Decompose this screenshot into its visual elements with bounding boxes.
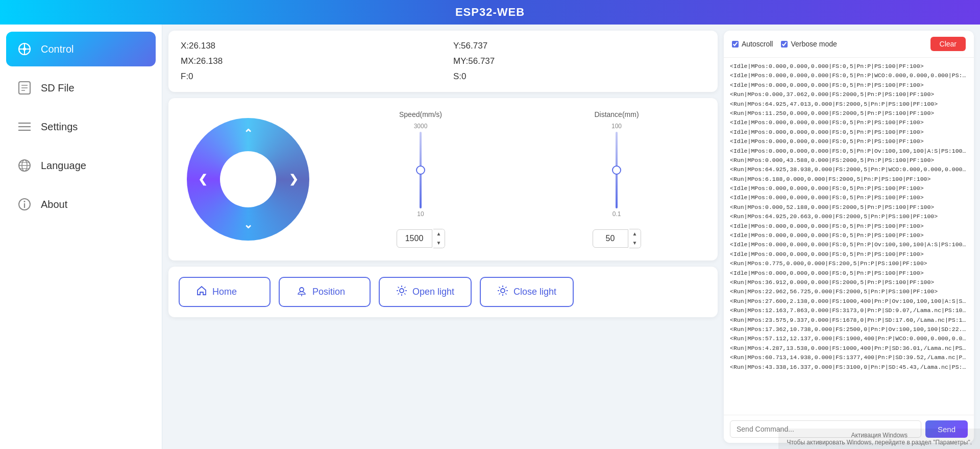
console-output[interactable]: <Idle|MPos:0.000,0.000,0.000|FS:0,5|Pn:P… [724,58,974,415]
sidebar-item-about[interactable]: About [6,187,156,222]
sidebar-item-settings[interactable]: Settings [6,109,156,144]
svg-line-29 [398,293,399,294]
home-button[interactable]: Home [179,277,271,307]
console-line: <Idle|MPos:0.000,0.000,0.000|FS:0,5|Pn:P… [730,128,968,137]
close-light-button[interactable]: Close light [480,277,574,307]
console-line: <Idle|MPos:0.000,0.000,0.000|FS:0,5|Pn:P… [730,71,968,80]
windows-activation: Активация Windows Чтобы активировать Win… [778,429,980,449]
svg-line-36 [505,293,506,294]
console-line: <Idle|MPos:0.000,0.000,0.000|FS:0,5|Pn:P… [730,81,968,90]
distance-max-label: 100 [611,123,622,130]
speed-slider[interactable] [415,132,426,208]
verbose-label[interactable]: Verbose mode [781,40,837,48]
console-line: <Idle|MPos:0.000,0.000,0.000|FS:0,5|Pn:P… [730,118,968,127]
console-line: <Run|MPos:0.000,52.188,0.000|FS:2000,5|P… [730,203,968,212]
distance-decrement-button[interactable]: ▼ [629,239,641,248]
svg-line-28 [404,287,405,288]
mx-position: MX:26.138 [181,56,433,66]
joystick-ring: ⌃ ⌄ ❮ ❯ [187,118,309,241]
console-line: <Run|MPos:12.163,7.863,0.000|FS:3173,0|P… [730,306,968,315]
distance-title: Distance(mm) [594,110,639,119]
distance-input[interactable] [593,229,628,248]
open-light-icon [396,285,407,299]
sliders-panel: Speed(mm/s) 3000 10 ▲ ▼ [328,106,709,252]
console-line: <Run|MPos:57.112,12.137,0.000|FS:1900,40… [730,334,968,343]
svg-point-3 [23,48,26,51]
clear-button[interactable]: Clear [930,37,966,51]
autoscroll-checkbox[interactable] [732,41,739,48]
console-line: <Run|MPos:43.338,16.337,0.000|FS:3100,0|… [730,363,968,372]
joystick-down-button[interactable]: ⌄ [234,211,262,239]
speed-slider-wrapper: 3000 10 [414,123,428,225]
svg-line-26 [398,287,399,288]
control-icon [16,41,33,57]
console-line: <Run|MPos:17.362,10.738,0.000|FS:2500,0|… [730,325,968,334]
verbose-checkbox[interactable] [781,41,788,48]
svg-point-18 [24,201,26,202]
console-line: <Idle|MPos:0.000,0.000,0.000|FS:0,5|Pn:P… [730,137,968,146]
console-line: <Run|MPos:64.925,47.013,0.000|FS:2000,5|… [730,100,968,109]
speed-spin: ▲ ▼ [433,229,445,248]
control-card: ⌃ ⌄ ❮ ❯ Speed(mm/s) 3000 10 [168,98,718,261]
s-value: S:0 [453,72,705,82]
speed-increment-button[interactable]: ▲ [433,229,445,239]
position-icon [296,285,307,299]
console-line: <Idle|MPos:0.000,0.000,0.000|FS:0,5|Pn:P… [730,147,968,156]
distance-increment-button[interactable]: ▲ [629,229,641,239]
console-line: <Run|MPos:0.775,0.000,0.000|FS:200,5|Pn:… [730,259,968,268]
console-line: <Run|MPos:60.713,14.938,0.000|FS:1377,40… [730,353,968,362]
svg-line-38 [499,293,500,294]
position-label: Position [312,287,345,297]
sidebar-item-control[interactable]: Control [6,32,156,66]
win-activate-line1: Активация Windows [787,432,972,439]
speed-max-label: 3000 [414,123,428,130]
console-line: <Run|MPos:11.250,0.000,0.000|FS:2000,5|P… [730,109,968,118]
app-header: ESP32-WEB [0,0,980,25]
sidebar-settings-label: Settings [41,121,78,133]
speed-input[interactable] [397,229,432,248]
console-line: <Run|MPos:0.000,37.062,0.000|FS:2000,5|P… [730,90,968,99]
sidebar-item-language[interactable]: Language [6,148,156,183]
console-line: <Run|MPos:64.925,38.938,0.000|FS:2000,5|… [730,165,968,174]
console-line: <Run|MPos:64.925,20.663,0.000|FS:2000,5|… [730,212,968,221]
distance-slider[interactable] [611,132,622,208]
distance-spin: ▲ ▼ [629,229,641,248]
x-position: X:26.138 [181,41,433,51]
my-position: MY:56.737 [453,56,705,66]
joystick-up-button[interactable]: ⌃ [234,120,262,148]
sidebar: Control SD File Settings [0,25,162,449]
joystick-center [220,151,276,207]
console-line: <Run|MPos:0.000,43.588,0.000|FS:2000,5|P… [730,156,968,165]
console-line: <Run|MPos:36.912,0.000,0.000|FS:2000,5|P… [730,278,968,287]
about-icon [16,196,33,212]
sidebar-language-label: Language [41,160,86,172]
position-button[interactable]: Position [279,277,371,307]
speed-input-row: ▲ ▼ [397,229,445,248]
y-position: Y:56.737 [453,41,705,51]
console-header: Autoscroll Verbose mode Clear [724,31,974,58]
home-label: Home [212,287,237,297]
joystick-left-button[interactable]: ❮ [189,166,216,193]
console-line: <Idle|MPos:0.000,0.000,0.000|FS:0,5|Pn:P… [730,62,968,71]
svg-point-21 [400,289,404,293]
open-light-button[interactable]: Open light [379,277,472,307]
distance-slider-wrapper: 100 0.1 [611,123,622,225]
open-light-label: Open light [412,287,454,297]
sdfile-icon [16,80,33,96]
joystick-right-button[interactable]: ❯ [280,166,307,193]
distance-min-label: 0.1 [612,210,621,218]
distance-slider-column: Distance(mm) 100 0.1 ▲ ▼ [524,110,709,248]
sidebar-control-label: Control [41,43,74,55]
main-layout: Control SD File Settings [0,25,980,449]
console-line: <Run|MPos:4.287,13.538,0.000|FS:1000,400… [730,344,968,353]
joystick-container: ⌃ ⌄ ❮ ❯ [177,118,320,241]
speed-min-label: 10 [417,210,424,218]
console-line: <Run|MPos:22.962,56.725,0.000|FS:2000,5|… [730,287,968,296]
speed-decrement-button[interactable]: ▼ [433,239,445,248]
console-line: <Idle|MPos:0.000,0.000,0.000|FS:0,5|Pn:P… [730,250,968,259]
sidebar-item-sdfile[interactable]: SD File [6,70,156,105]
sidebar-sdfile-label: SD File [41,82,75,94]
autoscroll-label[interactable]: Autoscroll [732,40,773,48]
console-panel: Autoscroll Verbose mode Clear <Idle|MPos… [724,31,974,443]
svg-point-30 [501,289,505,293]
